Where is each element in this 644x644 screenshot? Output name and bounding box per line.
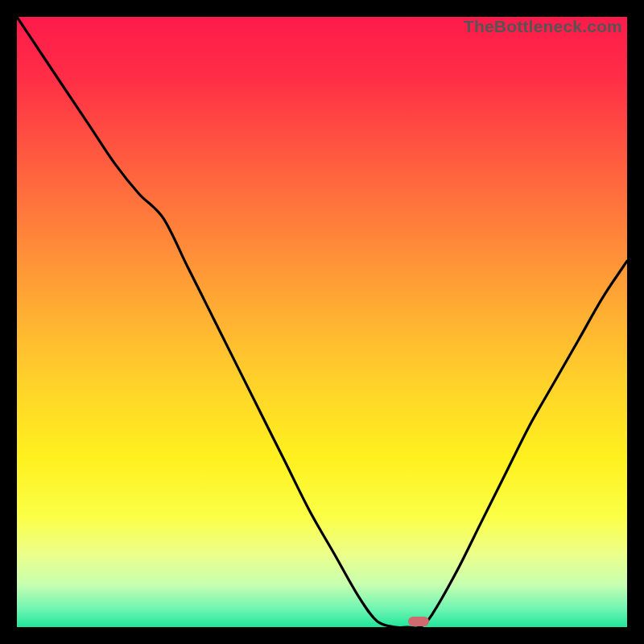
- watermark-text: TheBottleneck.com: [464, 17, 622, 36]
- outer-frame: TheBottleneck.com: [0, 0, 644, 644]
- bottleneck-curve: [17, 17, 627, 627]
- plot-area: TheBottleneck.com: [17, 17, 627, 627]
- optimum-marker: [408, 617, 429, 626]
